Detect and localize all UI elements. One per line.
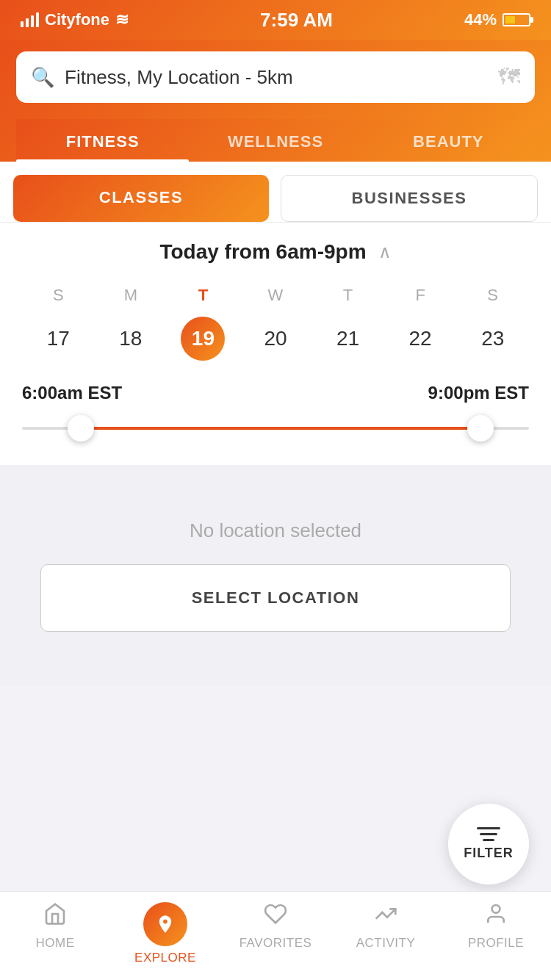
status-left: Cityfone ≋ [21,10,129,29]
nav-favorites-label: FAVORITES [240,936,312,951]
carrier-label: Cityfone [45,10,109,29]
battery-percent: 44% [464,10,497,29]
tab-wellness[interactable]: WELLNESS [189,119,361,162]
map-icon[interactable]: 🗺 [498,65,520,90]
svg-point-0 [492,905,500,913]
activity-icon [374,902,397,932]
date-23[interactable]: 23 [471,317,515,361]
select-location-button[interactable]: SELECT LOCATION [40,564,511,632]
date-20[interactable]: 20 [253,317,298,361]
nav-favorites[interactable]: FAVORITES [239,902,312,965]
status-time: 7:59 AM [260,9,333,32]
nav-home[interactable]: HOME [18,902,92,965]
date-21[interactable]: 21 [326,317,370,361]
home-icon [43,902,67,932]
search-input[interactable]: Fitness, My Location - 5km [65,66,488,89]
day-T-active: T [167,286,240,305]
sub-tabs: CLASSES BUSINESSES [0,162,551,223]
calendar-section: Today from 6am-9pm ∧ S M T W T F S 17 18… [0,223,551,465]
time-slider[interactable] [22,414,529,443]
date-18[interactable]: 18 [109,317,153,361]
calendar-days-header: S M T W T F S [22,286,529,305]
nav-profile-label: PROFILE [468,936,524,951]
profile-icon [484,902,508,932]
status-right: 44% [464,10,530,29]
day-W: W [240,286,312,305]
status-bar: Cityfone ≋ 7:59 AM 44% [0,0,551,40]
date-22[interactable]: 22 [398,317,442,361]
nav-explore-label: EXPLORE [134,951,196,965]
day-M: M [95,286,168,305]
signal-bars [21,12,39,27]
date-17[interactable]: 17 [36,317,80,361]
chevron-up-icon[interactable]: ∧ [378,242,392,262]
time-range: 6:00am EST 9:00pm EST [22,383,529,403]
filter-icon [477,827,500,841]
calendar-dates: 17 18 19 20 21 22 23 [22,317,529,361]
search-bar[interactable]: 🔍 Fitness, My Location - 5km 🗺 [16,51,535,103]
nav-home-label: HOME [36,936,75,951]
favorites-icon [264,902,287,932]
slider-fill [73,427,478,430]
time-start-label: 6:00am EST [22,383,122,403]
filter-label: FILTER [464,846,514,861]
tab-beauty[interactable]: BEAUTY [362,119,535,162]
subtab-businesses[interactable]: BUSINESSES [281,175,538,222]
date-range-text: Today from 6am-9pm [159,240,366,264]
wifi-icon: ≋ [115,10,129,29]
filter-button[interactable]: FILTER [448,804,529,884]
day-S2: S [456,286,529,305]
time-end-label: 9:00pm EST [428,383,529,403]
battery-fill [505,16,515,24]
explore-icon [143,902,187,946]
nav-profile[interactable]: PROFILE [459,902,533,965]
slider-thumb-right[interactable] [467,415,494,442]
search-icon: 🔍 [31,66,54,89]
header: 🔍 Fitness, My Location - 5km 🗺 FITNESS W… [0,40,551,162]
nav-activity[interactable]: ACTIVITY [349,902,422,965]
day-S1: S [22,286,95,305]
main-tabs: FITNESS WELLNESS BEAUTY [16,119,535,162]
slider-thumb-left[interactable] [68,415,94,442]
date-range-header: Today from 6am-9pm ∧ [22,240,529,264]
nav-explore[interactable]: EXPLORE [129,902,202,965]
content-area: No location selected SELECT LOCATION [0,465,551,685]
tab-fitness[interactable]: FITNESS [16,119,189,162]
date-19[interactable]: 19 [181,317,225,361]
nav-activity-label: ACTIVITY [356,936,416,951]
bottom-nav: HOME EXPLORE FAVORITES ACTIVITY [0,891,551,980]
day-F: F [384,286,457,305]
no-location-text: No location selected [190,519,361,542]
subtab-classes[interactable]: CLASSES [13,175,269,222]
battery-icon [503,13,530,26]
day-T2: T [311,286,384,305]
